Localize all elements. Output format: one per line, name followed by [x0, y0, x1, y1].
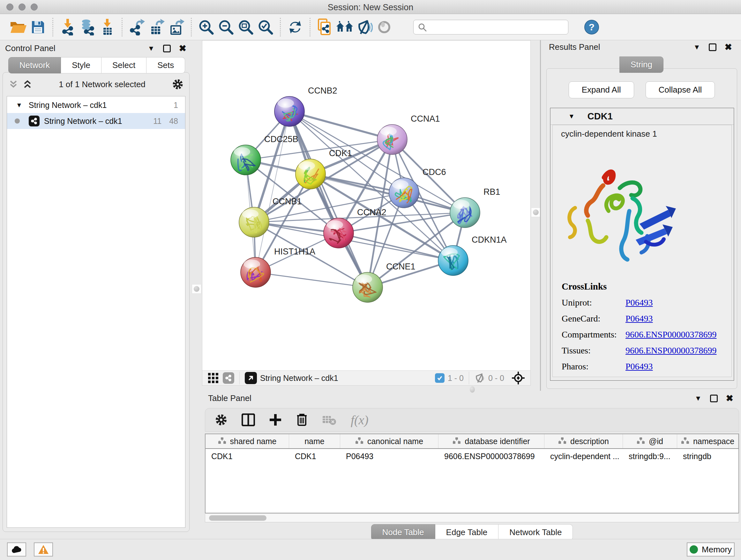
node-label-CCNB1: CCNB1: [273, 197, 302, 206]
right-splitter-bar[interactable]: [540, 40, 541, 391]
save-session-icon[interactable]: [28, 17, 48, 37]
tab-style[interactable]: Style: [61, 57, 102, 73]
panel-menu-icon[interactable]: ▼: [695, 394, 702, 402]
tab-network-table[interactable]: Network Table: [498, 524, 573, 541]
node-CDKN1A[interactable]: CDKN1A: [438, 235, 507, 275]
panel-menu-icon[interactable]: ▼: [693, 43, 700, 51]
gene-name: CDK1: [588, 111, 613, 122]
panel-float-icon[interactable]: [710, 395, 718, 402]
network-canvas[interactable]: CCNB2CCNA1CDC25BCDK1CDC6RB1CCNB1CCNA2CDK…: [202, 41, 531, 371]
collapse-all-icon[interactable]: [9, 79, 18, 89]
column-header-name[interactable]: name: [289, 434, 340, 448]
column-header-namespace[interactable]: namespace: [677, 434, 738, 448]
tab-node-table[interactable]: Node Table: [371, 524, 435, 541]
panel-close-icon[interactable]: ✖: [725, 44, 732, 51]
node-RB1[interactable]: RB1: [450, 187, 500, 228]
export-image-icon[interactable]: [166, 17, 186, 37]
import-table-file-icon[interactable]: [97, 17, 117, 37]
import-network-database-icon[interactable]: [77, 17, 97, 37]
memory-button[interactable]: Memory: [687, 543, 735, 557]
table-cell[interactable]: CDK1: [289, 449, 340, 463]
edge-HIST1H1A-CCNE1[interactable]: [256, 272, 367, 287]
expand-all-button[interactable]: Expand All: [569, 81, 634, 98]
tab-select[interactable]: Select: [102, 57, 146, 73]
search-input[interactable]: [413, 20, 568, 35]
selected-count: 1 - 0: [448, 374, 464, 383]
zoom-in-icon[interactable]: [196, 17, 216, 37]
tab-string[interactable]: String: [619, 57, 664, 73]
table-cell[interactable]: 9606.ENSP00000378699: [439, 449, 544, 463]
table-horizontal-scrollbar[interactable]: [205, 514, 739, 522]
tab-edge-table[interactable]: Edge Table: [435, 524, 499, 541]
table-cell[interactable]: stringdb: [677, 449, 738, 463]
node-label-CCNE1: CCNE1: [386, 262, 415, 271]
network-collection-row[interactable]: ▼ String Network – cdk1 1: [7, 97, 185, 112]
crosslink-link[interactable]: 9606.ENSP00000378699: [625, 346, 717, 356]
column-header-canonical-name[interactable]: canonical name: [340, 434, 439, 448]
panel-float-icon[interactable]: [709, 44, 717, 51]
left-splitter-handle[interactable]: [192, 284, 201, 294]
tab-network[interactable]: Network: [8, 57, 61, 73]
expand-all-icon[interactable]: [23, 79, 32, 89]
table-cell[interactable]: stringdb:9...: [623, 449, 677, 463]
grid-view-icon[interactable]: [207, 372, 219, 384]
zoom-selected-icon[interactable]: [256, 17, 275, 37]
column-header-description[interactable]: description: [544, 434, 623, 448]
new-network-from-selection-icon[interactable]: [315, 17, 335, 37]
network-row[interactable]: String Network – cdk1 11 48: [7, 113, 185, 129]
svg-text:?: ?: [589, 22, 595, 32]
gene-header[interactable]: ▼ CDK1: [550, 108, 734, 125]
tab-sets[interactable]: Sets: [146, 57, 185, 73]
add-column-icon[interactable]: [269, 414, 282, 426]
crosslink-link[interactable]: P06493: [625, 314, 653, 324]
detach-view-icon[interactable]: [245, 372, 257, 384]
refresh-layout-icon[interactable]: [285, 17, 305, 37]
open-session-icon[interactable]: [8, 17, 28, 37]
right-splitter-handle[interactable]: [531, 207, 541, 217]
table-cell[interactable]: cyclin-dependent ...: [544, 449, 623, 463]
crosslink-link[interactable]: P06493: [625, 361, 653, 372]
import-network-file-icon[interactable]: [58, 17, 77, 37]
gene-expander-icon[interactable]: ▼: [568, 113, 575, 120]
gear-icon[interactable]: [172, 78, 184, 90]
panel-menu-icon[interactable]: ▼: [148, 44, 155, 53]
table-cell[interactable]: P06493: [340, 449, 439, 463]
panel-float-icon[interactable]: [163, 45, 171, 52]
column-header-shared-name[interactable]: shared name: [205, 434, 289, 448]
node-HIST1H1A[interactable]: HIST1H1A: [241, 247, 315, 287]
crosslink-link[interactable]: 9606.ENSP00000378699: [625, 329, 717, 340]
control-panel-tabs: NetworkStyleSelectSets: [2, 57, 192, 73]
scrollbar-thumb[interactable]: [209, 515, 266, 521]
toolbar-separator: [280, 18, 281, 37]
zoom-out-icon[interactable]: [216, 17, 236, 37]
gear-icon[interactable]: [215, 414, 227, 426]
selected-checkbox-icon[interactable]: [435, 373, 445, 383]
warning-button[interactable]: [34, 543, 53, 557]
panel-close-icon[interactable]: ✖: [726, 395, 733, 402]
column-type-icon: [681, 437, 689, 446]
node-label-CCNA1: CCNA1: [411, 114, 440, 124]
crosslink-link[interactable]: P06493: [625, 298, 653, 308]
export-network-icon[interactable]: [127, 17, 147, 37]
column-header--id[interactable]: @id: [623, 434, 677, 448]
column-header-database-identifier[interactable]: database identifier: [439, 434, 544, 448]
collection-expander-icon[interactable]: ▼: [16, 102, 22, 109]
panel-close-icon[interactable]: ✖: [179, 45, 186, 52]
hide-selected-icon[interactable]: [354, 17, 374, 37]
help-icon[interactable]: ?: [582, 17, 602, 37]
node-CCNA1[interactable]: CCNA1: [377, 114, 440, 154]
collapse-all-button[interactable]: Collapse All: [646, 81, 715, 98]
table-cell[interactable]: CDK1: [205, 449, 289, 463]
protein-structure-image: [556, 147, 690, 275]
cloud-button[interactable]: [7, 543, 26, 557]
export-table-icon[interactable]: [147, 17, 166, 37]
birds-eye-icon[interactable]: [511, 371, 525, 385]
show-hidden-icon[interactable]: [374, 17, 394, 37]
network-thumbnail-icon[interactable]: [223, 372, 234, 384]
table-row[interactable]: CDK1CDK1P064939606.ENSP00000378699cyclin…: [205, 449, 738, 463]
first-neighbors-icon[interactable]: [335, 17, 354, 37]
zoom-fit-icon[interactable]: [236, 17, 256, 37]
table-column-headers: shared namenamecanonical namedatabase id…: [205, 434, 738, 449]
split-columns-icon[interactable]: [242, 414, 255, 426]
delete-column-icon[interactable]: [296, 413, 308, 427]
